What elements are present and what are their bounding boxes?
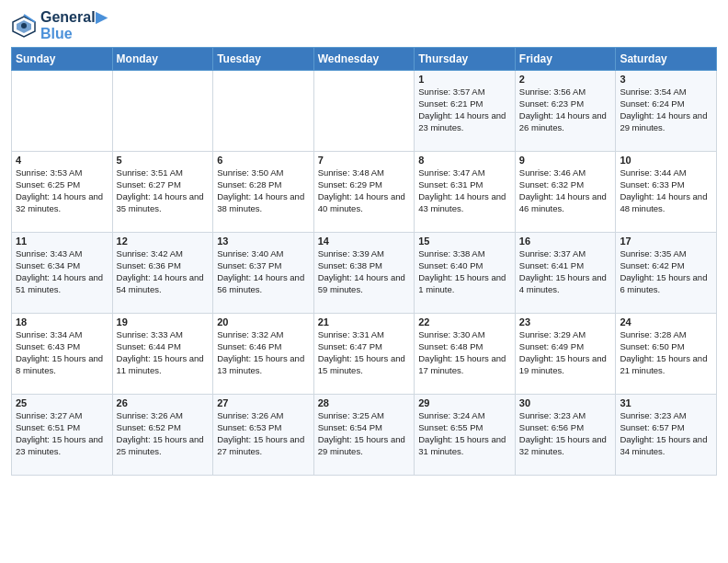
day-info: Sunrise: 3:44 AM	[620, 167, 712, 179]
day-number: 6	[217, 155, 310, 166]
day-info: Sunrise: 3:51 AM	[117, 167, 210, 179]
day-info: Sunrise: 3:39 AM	[318, 248, 411, 260]
day-info: Sunset: 6:29 PM	[318, 179, 411, 191]
day-info: Daylight: 15 hours and 31 minutes.	[418, 434, 511, 458]
day-info: Sunrise: 3:46 AM	[519, 167, 612, 179]
day-number: 30	[519, 397, 612, 408]
day-info: Daylight: 15 hours and 6 minutes.	[620, 272, 712, 296]
day-info: Sunrise: 3:56 AM	[519, 86, 612, 98]
day-info: Sunset: 6:25 PM	[16, 179, 108, 191]
day-info: Daylight: 15 hours and 23 minutes.	[16, 434, 108, 458]
day-cell: 3Sunrise: 3:54 AMSunset: 6:24 PMDaylight…	[616, 71, 717, 152]
day-info: Daylight: 14 hours and 26 minutes.	[519, 110, 612, 134]
day-cell: 16Sunrise: 3:37 AMSunset: 6:41 PMDayligh…	[515, 233, 616, 314]
day-number: 29	[418, 397, 511, 408]
day-cell: 20Sunrise: 3:32 AMSunset: 6:46 PMDayligh…	[213, 314, 314, 395]
day-info: Sunrise: 3:42 AM	[117, 248, 210, 260]
day-cell: 21Sunrise: 3:31 AMSunset: 6:47 PMDayligh…	[313, 314, 415, 395]
day-info: Sunrise: 3:33 AM	[117, 329, 210, 341]
header: General▶ Blue	[11, 9, 717, 41]
day-number: 28	[318, 397, 411, 408]
day-info: Daylight: 15 hours and 32 minutes.	[519, 434, 612, 458]
day-info: Sunset: 6:23 PM	[519, 98, 612, 110]
col-thursday: Thursday	[415, 48, 516, 71]
day-info: Daylight: 15 hours and 15 minutes.	[318, 353, 411, 377]
day-info: Sunset: 6:48 PM	[418, 341, 511, 353]
week-row-2: 4Sunrise: 3:53 AMSunset: 6:25 PMDaylight…	[12, 152, 717, 233]
day-number: 31	[620, 397, 712, 408]
day-info: Daylight: 14 hours and 35 minutes.	[117, 191, 210, 215]
day-info: Sunrise: 3:57 AM	[418, 86, 511, 98]
day-cell	[112, 71, 213, 152]
day-info: Sunrise: 3:32 AM	[217, 329, 310, 341]
day-info: Sunrise: 3:23 AM	[519, 410, 612, 422]
day-cell: 23Sunrise: 3:29 AMSunset: 6:49 PMDayligh…	[515, 314, 616, 395]
day-cell: 30Sunrise: 3:23 AMSunset: 6:56 PMDayligh…	[515, 395, 616, 476]
day-info: Sunrise: 3:37 AM	[519, 248, 612, 260]
day-cell: 5Sunrise: 3:51 AMSunset: 6:27 PMDaylight…	[112, 152, 213, 233]
day-number: 17	[620, 236, 712, 247]
day-info: Sunset: 6:43 PM	[16, 341, 108, 353]
day-info: Daylight: 15 hours and 25 minutes.	[117, 434, 210, 458]
day-info: Daylight: 14 hours and 40 minutes.	[318, 191, 411, 215]
calendar-body: 1Sunrise: 3:57 AMSunset: 6:21 PMDaylight…	[12, 71, 717, 476]
col-sunday: Sunday	[12, 48, 113, 71]
day-number: 1	[418, 74, 511, 85]
logo: General▶ Blue	[11, 9, 107, 41]
day-info: Sunrise: 3:25 AM	[318, 410, 411, 422]
day-number: 2	[519, 74, 612, 85]
col-wednesday: Wednesday	[313, 48, 415, 71]
day-cell: 2Sunrise: 3:56 AMSunset: 6:23 PMDaylight…	[515, 71, 616, 152]
day-info: Daylight: 14 hours and 43 minutes.	[418, 191, 511, 215]
day-info: Sunrise: 3:31 AM	[318, 329, 411, 341]
col-tuesday: Tuesday	[213, 48, 314, 71]
day-number: 4	[16, 155, 108, 166]
day-cell: 1Sunrise: 3:57 AMSunset: 6:21 PMDaylight…	[415, 71, 516, 152]
main-container: General▶ Blue Sunday Monday Tuesday Wedn…	[0, 0, 728, 563]
day-info: Sunset: 6:49 PM	[519, 341, 612, 353]
day-number: 11	[16, 236, 108, 247]
day-number: 10	[620, 155, 712, 166]
day-number: 7	[318, 155, 411, 166]
day-cell: 12Sunrise: 3:42 AMSunset: 6:36 PMDayligh…	[112, 233, 213, 314]
svg-point-3	[21, 23, 27, 29]
day-cell: 25Sunrise: 3:27 AMSunset: 6:51 PMDayligh…	[12, 395, 113, 476]
week-row-3: 11Sunrise: 3:43 AMSunset: 6:34 PMDayligh…	[12, 233, 717, 314]
day-info: Sunset: 6:56 PM	[519, 422, 612, 434]
day-cell: 13Sunrise: 3:40 AMSunset: 6:37 PMDayligh…	[213, 233, 314, 314]
header-row: Sunday Monday Tuesday Wednesday Thursday…	[12, 48, 717, 71]
day-info: Sunset: 6:28 PM	[217, 179, 310, 191]
day-info: Daylight: 14 hours and 51 minutes.	[16, 272, 108, 296]
day-info: Daylight: 15 hours and 21 minutes.	[620, 353, 712, 377]
day-cell: 22Sunrise: 3:30 AMSunset: 6:48 PMDayligh…	[415, 314, 516, 395]
col-saturday: Saturday	[616, 48, 717, 71]
day-number: 9	[519, 155, 612, 166]
day-info: Daylight: 14 hours and 46 minutes.	[519, 191, 612, 215]
day-info: Daylight: 14 hours and 29 minutes.	[620, 110, 712, 134]
day-info: Daylight: 14 hours and 38 minutes.	[217, 191, 310, 215]
day-info: Sunset: 6:40 PM	[418, 260, 511, 272]
day-cell: 31Sunrise: 3:23 AMSunset: 6:57 PMDayligh…	[616, 395, 717, 476]
day-cell: 18Sunrise: 3:34 AMSunset: 6:43 PMDayligh…	[12, 314, 113, 395]
day-info: Sunrise: 3:50 AM	[217, 167, 310, 179]
day-cell: 19Sunrise: 3:33 AMSunset: 6:44 PMDayligh…	[112, 314, 213, 395]
day-info: Daylight: 14 hours and 54 minutes.	[117, 272, 210, 296]
day-info: Sunset: 6:51 PM	[16, 422, 108, 434]
day-cell: 27Sunrise: 3:26 AMSunset: 6:53 PMDayligh…	[213, 395, 314, 476]
day-cell: 14Sunrise: 3:39 AMSunset: 6:38 PMDayligh…	[313, 233, 415, 314]
day-cell: 17Sunrise: 3:35 AMSunset: 6:42 PMDayligh…	[616, 233, 717, 314]
day-info: Sunrise: 3:23 AM	[620, 410, 712, 422]
day-cell	[12, 71, 113, 152]
day-number: 25	[16, 397, 108, 408]
day-cell	[313, 71, 415, 152]
day-number: 14	[318, 236, 411, 247]
day-info: Sunset: 6:21 PM	[418, 98, 511, 110]
day-number: 5	[117, 155, 210, 166]
day-info: Sunset: 6:41 PM	[519, 260, 612, 272]
day-number: 23	[519, 316, 612, 327]
day-info: Daylight: 15 hours and 27 minutes.	[217, 434, 310, 458]
day-number: 16	[519, 236, 612, 247]
day-info: Sunset: 6:24 PM	[620, 98, 712, 110]
day-info: Sunset: 6:54 PM	[318, 422, 411, 434]
day-info: Sunset: 6:36 PM	[117, 260, 210, 272]
